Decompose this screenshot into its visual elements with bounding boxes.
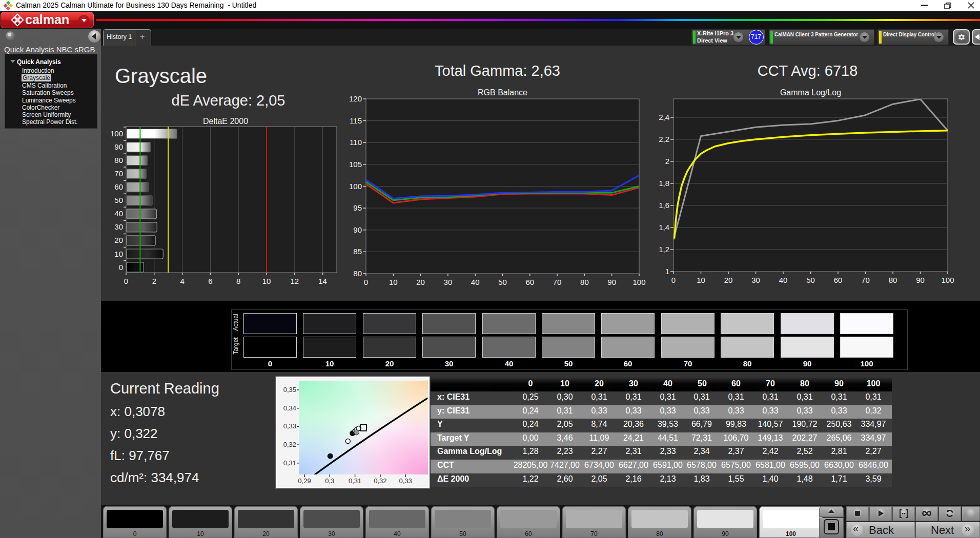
svg-text:1,2: 1,2 xyxy=(659,245,669,254)
svg-text:0,29: 0,29 xyxy=(298,477,311,485)
svg-text:85: 85 xyxy=(353,247,362,256)
svg-text:90: 90 xyxy=(353,225,362,234)
svg-text:0: 0 xyxy=(364,278,368,286)
svg-text:100: 100 xyxy=(110,129,123,138)
svg-text:40: 40 xyxy=(779,276,788,284)
svg-text:80: 80 xyxy=(353,269,362,278)
svg-text:14: 14 xyxy=(318,277,327,285)
svg-text:60: 60 xyxy=(834,276,843,284)
svg-text:10: 10 xyxy=(389,278,398,286)
svg-text:8: 8 xyxy=(236,277,240,285)
svg-text:80: 80 xyxy=(580,278,589,286)
svg-text:70: 70 xyxy=(861,276,870,284)
svg-text:0,31: 0,31 xyxy=(283,459,296,467)
svg-text:10: 10 xyxy=(262,277,271,285)
svg-text:80: 80 xyxy=(114,156,123,164)
svg-text:20: 20 xyxy=(416,278,425,286)
svg-text:0,3: 0,3 xyxy=(325,477,334,485)
svg-text:30: 30 xyxy=(114,222,123,231)
svg-text:0,31: 0,31 xyxy=(349,477,361,485)
svg-text:0: 0 xyxy=(124,277,128,285)
svg-text:2: 2 xyxy=(665,157,669,165)
svg-text:95: 95 xyxy=(353,203,362,212)
svg-text:0,34: 0,34 xyxy=(283,404,296,412)
svg-text:100: 100 xyxy=(349,182,362,191)
svg-text:100: 100 xyxy=(632,278,645,286)
svg-text:4: 4 xyxy=(180,277,184,285)
svg-text:100: 100 xyxy=(941,276,954,284)
svg-text:70: 70 xyxy=(114,169,123,178)
svg-text:70: 70 xyxy=(553,278,562,286)
svg-text:20: 20 xyxy=(724,276,733,284)
svg-text:40: 40 xyxy=(471,278,480,286)
svg-text:60: 60 xyxy=(525,278,534,286)
svg-text:2,4: 2,4 xyxy=(659,113,669,121)
svg-text:1,6: 1,6 xyxy=(659,201,669,210)
svg-text:1,4: 1,4 xyxy=(659,223,669,232)
svg-text:0,35: 0,35 xyxy=(283,386,296,394)
svg-text:80: 80 xyxy=(889,276,897,284)
svg-text:90: 90 xyxy=(114,142,123,151)
svg-text:120: 120 xyxy=(349,95,362,103)
svg-text:115: 115 xyxy=(350,116,362,125)
svg-text:50: 50 xyxy=(114,196,123,204)
svg-text:30: 30 xyxy=(444,278,453,286)
svg-text:0,33: 0,33 xyxy=(399,477,412,485)
svg-text:90: 90 xyxy=(916,276,925,284)
svg-text:110: 110 xyxy=(350,138,362,147)
svg-text:0: 0 xyxy=(671,276,676,284)
svg-text:2: 2 xyxy=(152,277,156,285)
svg-text:1: 1 xyxy=(665,267,669,276)
svg-text:50: 50 xyxy=(498,278,507,286)
svg-text:10: 10 xyxy=(697,276,705,284)
svg-text:0: 0 xyxy=(119,263,123,272)
svg-text:40: 40 xyxy=(114,209,123,218)
svg-text:90: 90 xyxy=(607,278,616,286)
svg-text:50: 50 xyxy=(806,276,815,284)
svg-text:0,33: 0,33 xyxy=(283,422,296,430)
svg-text:105: 105 xyxy=(349,160,362,169)
svg-text:10: 10 xyxy=(114,250,123,258)
svg-text:20: 20 xyxy=(114,236,123,244)
svg-text:0,32: 0,32 xyxy=(374,477,386,485)
svg-text:1,8: 1,8 xyxy=(659,179,669,188)
svg-text:12: 12 xyxy=(290,277,299,285)
svg-text:2,2: 2,2 xyxy=(659,135,669,143)
svg-text:60: 60 xyxy=(114,182,123,191)
svg-text:30: 30 xyxy=(751,276,760,284)
svg-text:6: 6 xyxy=(208,277,212,285)
svg-text:0,32: 0,32 xyxy=(283,441,296,448)
